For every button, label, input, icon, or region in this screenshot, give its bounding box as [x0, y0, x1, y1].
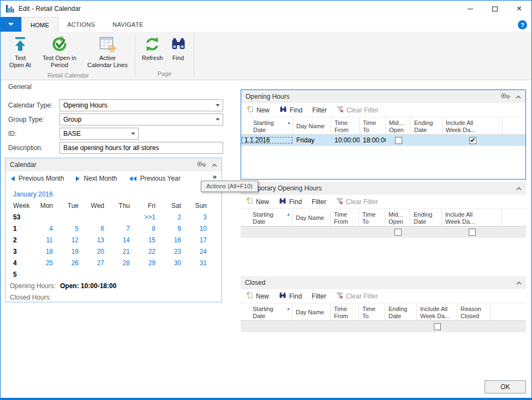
tab-actions[interactable]: ACTIONS — [58, 17, 104, 32]
help-button[interactable]: ? — [518, 20, 527, 29]
calendar-day[interactable]: 31 — [188, 259, 213, 267]
calendar-day[interactable]: 15 — [136, 236, 162, 244]
ok-button[interactable]: OK — [485, 380, 526, 393]
active-calendar-lines-button[interactable]: Active Calendar Lines — [83, 34, 131, 70]
calendar-day[interactable]: 6 — [85, 225, 111, 232]
checkbox-unchecked[interactable] — [469, 229, 476, 236]
test-open-at-button[interactable]: Test Open At — [5, 34, 35, 70]
opening-hours-panel-header[interactable]: Opening Hours — [241, 90, 525, 103]
column-header-day-name[interactable]: Day Name — [292, 303, 331, 320]
calendar-day[interactable]: 27 — [85, 259, 111, 267]
calendar-day[interactable]: 25 — [34, 259, 59, 267]
find-button[interactable]: Find — [279, 106, 302, 115]
find-button[interactable]: Find — [166, 34, 190, 63]
checkbox-unchecked[interactable] — [434, 323, 441, 330]
column-header-starting-date[interactable]: Starting Date▲ — [241, 303, 292, 320]
new-button[interactable]: New — [246, 291, 269, 301]
id-select[interactable]: BASE — [59, 128, 139, 140]
clear-filter-button[interactable]: Clear Filter — [336, 292, 378, 301]
calendar-day[interactable]: 30 — [162, 259, 188, 267]
find-button[interactable]: Find — [279, 292, 302, 301]
calendar-day[interactable]: 26 — [59, 259, 85, 267]
column-header-include-all-week-da[interactable]: Include All Week Da... — [417, 303, 457, 320]
new-button[interactable]: New — [246, 197, 269, 206]
column-header-time-from[interactable]: Time From — [331, 303, 359, 320]
minimize-button[interactable] — [458, 1, 482, 17]
calendar-type-select[interactable]: Opening Hours — [59, 99, 223, 111]
column-header-time-to[interactable]: Time To — [359, 209, 385, 226]
table-row[interactable] — [241, 321, 526, 332]
column-header-ending-date[interactable]: Ending Date — [410, 209, 442, 226]
column-header-time-to[interactable]: Time To — [360, 117, 386, 134]
calendar-day[interactable]: 29 — [136, 259, 162, 267]
calendar-day[interactable]: 23 — [162, 248, 188, 255]
column-header-ending-date[interactable]: Ending Date — [411, 117, 443, 134]
column-header-starting-date[interactable]: Starting Date▲ — [241, 209, 292, 226]
tab-home[interactable]: HOME — [21, 17, 58, 32]
previous-month-button[interactable]: Previous Month — [11, 175, 64, 182]
actions-gear-icon[interactable] — [500, 92, 511, 101]
filter-button[interactable]: Filter — [312, 292, 326, 300]
find-button[interactable]: Find — [279, 198, 302, 206]
previous-year-button[interactable]: Previous Year — [129, 175, 181, 182]
close-button[interactable]: × — [507, 1, 531, 17]
column-header-time-from[interactable]: Time From — [331, 209, 359, 226]
calendar-day[interactable]: 19 — [59, 248, 85, 255]
table-row[interactable] — [241, 226, 526, 238]
checkbox-unchecked[interactable] — [394, 229, 402, 236]
calendar-day[interactable]: 13 — [85, 236, 111, 244]
group-type-select[interactable]: Group — [59, 114, 223, 126]
checkbox-unchecked[interactable] — [395, 137, 402, 144]
calendar-day[interactable]: 20 — [85, 248, 111, 255]
calendar-day[interactable]: 16 — [162, 236, 188, 244]
filter-button[interactable]: Filter — [312, 198, 326, 206]
table-row[interactable]: 1.1.2016Friday10:00:0018:00:00 — [241, 135, 525, 146]
column-header-include-all-week-da[interactable]: Include All Week Da... — [443, 117, 503, 134]
calendar-panel-header[interactable]: Calendar — [5, 158, 222, 171]
refresh-button[interactable]: Refresh — [139, 34, 166, 63]
closed-panel-header[interactable]: Closed — [241, 276, 526, 289]
description-input[interactable]: Base opening hours for all stores — [59, 142, 223, 154]
calendar-day[interactable]: 12 — [59, 236, 85, 244]
column-header-time-to[interactable]: Time To — [359, 303, 385, 320]
collapse-chevron-icon[interactable] — [516, 93, 521, 100]
column-header-mid-open[interactable]: Mid... Open — [385, 209, 410, 226]
tab-navigate[interactable]: NAVIGATE — [104, 17, 152, 32]
column-header-reason-closed[interactable]: Reason Closed — [457, 303, 491, 320]
calendar-day[interactable]: 8 — [136, 225, 162, 232]
column-header-include-all-week-da[interactable]: Include All Week Da... — [442, 209, 502, 226]
maximize-button[interactable] — [482, 1, 507, 17]
calendar-day[interactable]: 18 — [34, 248, 59, 255]
calendar-day[interactable]: 3 — [188, 213, 213, 221]
calendar-day[interactable]: 11 — [34, 236, 59, 244]
column-header-day-name[interactable]: Day Name — [292, 209, 331, 226]
calendar-day[interactable]: 21 — [111, 248, 136, 255]
calendar-day[interactable]: 7 — [111, 225, 136, 232]
collapse-chevron-icon[interactable] — [212, 161, 217, 169]
calendar-day[interactable]: 14 — [111, 236, 136, 244]
calendar-day[interactable]: 5 — [59, 225, 85, 232]
actions-gear-icon[interactable] — [196, 160, 207, 169]
calendar-day[interactable]: >>1 — [136, 213, 162, 221]
column-header-day-name[interactable]: Day Name — [293, 117, 331, 134]
filter-button[interactable]: Filter — [312, 106, 327, 114]
calendar-day[interactable]: 4 — [34, 225, 59, 232]
checkbox-checked[interactable] — [469, 137, 476, 144]
calendar-actions-overflow-button[interactable]: » — [213, 172, 217, 181]
calendar-day[interactable]: 24 — [188, 248, 213, 255]
column-header-ending-date[interactable]: Ending Date — [385, 303, 417, 320]
calendar-day[interactable]: 28 — [111, 259, 136, 267]
column-header-starting-date[interactable]: Starting Date▲ — [241, 117, 293, 134]
column-header-mid-open[interactable]: Mid... Open — [386, 117, 411, 134]
calendar-day[interactable]: 22 — [136, 248, 162, 255]
column-header-time-from[interactable]: Time From — [331, 117, 360, 134]
calendar-day[interactable]: 9 — [162, 225, 188, 232]
temporary-opening-hours-panel-header[interactable]: Temporary Opening Hours — [241, 182, 526, 195]
collapse-chevron-icon[interactable] — [516, 184, 522, 192]
new-button[interactable]: New — [246, 105, 270, 115]
clear-filter-button[interactable]: Clear Filter — [337, 106, 379, 115]
calendar-day[interactable]: 2 — [162, 213, 188, 221]
next-month-button[interactable]: Next Month — [76, 175, 117, 182]
application-menu-button[interactable] — [1, 17, 21, 32]
clear-filter-button[interactable]: Clear Filter — [336, 198, 378, 206]
